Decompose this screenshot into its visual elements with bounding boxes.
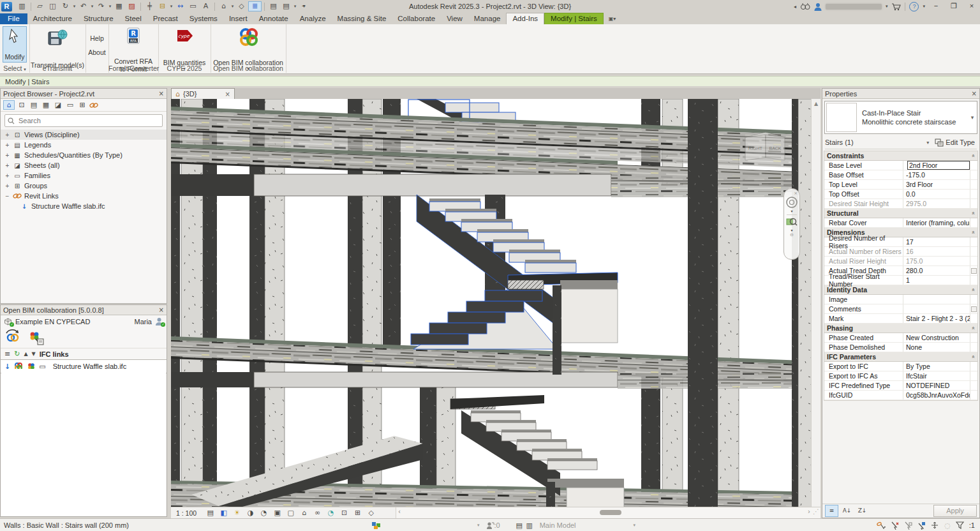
menu-icon[interactable]: ≡ bbox=[4, 350, 10, 358]
about-menu-item[interactable]: About bbox=[85, 49, 108, 56]
export-icon[interactable]: ▨ bbox=[126, 1, 138, 11]
tab-view[interactable]: View bbox=[441, 13, 468, 24]
tab-collaborate[interactable]: Collaborate bbox=[392, 13, 441, 24]
redo-icon[interactable]: ↷ bbox=[95, 1, 107, 11]
design-option-caret-icon[interactable]: ▾ bbox=[634, 523, 636, 528]
user-avatar-icon[interactable] bbox=[814, 3, 822, 11]
design-options-icon[interactable]: ▤ bbox=[514, 521, 524, 530]
tree-item-ifc-link[interactable]: ↓Structure Waffle slab.ifc bbox=[1, 201, 167, 211]
detail-level-icon[interactable]: ▤ bbox=[205, 509, 215, 517]
navbar-minimize-icon[interactable]: ⊖ bbox=[790, 232, 794, 237]
rendering-dialog-icon[interactable]: ◔ bbox=[259, 509, 269, 517]
move-down-icon[interactable]: ▼ bbox=[32, 351, 36, 357]
steering-wheel-icon[interactable] bbox=[785, 196, 798, 209]
browser-links-icon[interactable] bbox=[89, 102, 98, 108]
section-constraints[interactable]: Constraints» bbox=[824, 151, 977, 161]
open-icon[interactable]: ▱ bbox=[34, 1, 46, 11]
tree-item-schedules[interactable]: +▦Schedules/Quantities (By Type) bbox=[1, 150, 167, 160]
tree-item-families[interactable]: +▭Families bbox=[1, 170, 167, 181]
tree-item-legends[interactable]: +▤Legends bbox=[1, 140, 167, 150]
tab-systems[interactable]: Systems bbox=[184, 13, 223, 24]
select-links-icon[interactable] bbox=[876, 521, 886, 529]
property-row[interactable]: Comments bbox=[824, 304, 977, 314]
property-row[interactable]: IfcGUID0cg58bJnrAuvoXoFddp2xO bbox=[824, 391, 977, 400]
wheel-caret-icon[interactable]: ▾ bbox=[791, 209, 792, 213]
modify-button[interactable]: Modify bbox=[3, 26, 27, 63]
property-row[interactable]: Actual Number of Risers16 bbox=[824, 247, 977, 257]
browser-home-icon[interactable]: ⌂ bbox=[3, 100, 15, 110]
apply-button[interactable]: Apply bbox=[933, 505, 977, 517]
render-icon[interactable]: ◇ bbox=[235, 1, 248, 11]
ribbon-display-toggle-icon[interactable]: ▣▾ bbox=[609, 16, 616, 24]
zoom-caret-icon[interactable]: ▾ bbox=[791, 228, 792, 232]
select-pinned-icon[interactable] bbox=[904, 521, 912, 530]
tab-analyze[interactable]: Analyze bbox=[294, 13, 332, 24]
displaced-elements-icon[interactable]: ◇ bbox=[366, 509, 376, 517]
property-row[interactable]: Desired Number of Risers17 bbox=[824, 237, 977, 247]
property-row[interactable]: Actual Riser Height175.0 bbox=[824, 257, 977, 266]
aligned-dimension-icon[interactable]: ↔ bbox=[174, 1, 186, 11]
show-crop-region-icon[interactable]: ▢ bbox=[286, 509, 295, 517]
minimize-button[interactable]: − bbox=[929, 1, 943, 12]
open-bim-close-icon[interactable]: × bbox=[159, 306, 164, 313]
browser-legends-icon[interactable]: ▤ bbox=[29, 100, 39, 110]
sun-path-icon[interactable]: ☀ bbox=[232, 509, 242, 517]
property-row[interactable]: Export to IFC AsIfcStair bbox=[824, 371, 977, 381]
thin-lines-icon[interactable]: ≣ bbox=[248, 1, 262, 11]
move-up-icon[interactable]: ▲ bbox=[24, 351, 27, 357]
switch-windows-caret-icon[interactable]: ▾ bbox=[293, 4, 297, 9]
drag-on-selection-icon[interactable] bbox=[931, 521, 939, 530]
temporary-view-properties-icon[interactable]: ⊡ bbox=[339, 509, 349, 517]
project-browser-header[interactable]: Project Browser - Project2.rvt × bbox=[1, 89, 167, 99]
property-row[interactable]: Base Offset-175.0 bbox=[824, 170, 977, 180]
tag-icon[interactable]: ▭ bbox=[187, 1, 199, 11]
browser-schedules-icon[interactable]: ▦ bbox=[41, 100, 51, 110]
sort-by-parameter-icon[interactable]: ≡ bbox=[825, 505, 838, 517]
unlocked-view-icon[interactable]: ⌂ bbox=[299, 509, 309, 517]
measure-icon[interactable]: ⊟ bbox=[156, 1, 168, 11]
text-icon[interactable]: A bbox=[200, 1, 212, 11]
property-row[interactable]: Export to IFCBy Type bbox=[824, 362, 977, 371]
measure-caret-icon[interactable]: ▾ bbox=[169, 4, 174, 9]
select-panel-label[interactable]: Select ▾ bbox=[0, 64, 29, 72]
select-underlay-icon[interactable] bbox=[891, 521, 899, 530]
sync-icon[interactable]: ↻ bbox=[59, 1, 71, 11]
tree-item-views[interactable]: +⊡Views (Discipline) bbox=[1, 130, 167, 140]
zoom-tool-icon[interactable] bbox=[786, 216, 798, 228]
redo-caret-icon[interactable]: ▾ bbox=[108, 4, 112, 9]
scroll-left-icon[interactable]: ‹ bbox=[398, 508, 401, 515]
project-name[interactable]: Example EN CYPECAD bbox=[15, 318, 90, 325]
properties-close-icon[interactable]: × bbox=[972, 90, 977, 97]
property-row[interactable]: Phase CreatedNew Construction bbox=[824, 333, 977, 343]
property-row[interactable]: MarkStair 2 - Flight 2 - 3 (2nd F... bbox=[824, 314, 977, 324]
undo-caret-icon[interactable]: ▾ bbox=[90, 4, 94, 9]
bim-quantities-button[interactable]: cype bbox=[174, 29, 195, 43]
signed-in-username[interactable] bbox=[826, 4, 882, 10]
scrollbar-thumb[interactable] bbox=[600, 510, 621, 515]
tree-item-revit-links[interactable]: −Revit Links bbox=[1, 191, 167, 201]
print-icon[interactable]: ▦ bbox=[113, 1, 125, 11]
property-row[interactable]: Top Level3rd Floor bbox=[824, 180, 977, 190]
help-menu-item[interactable]: Help bbox=[85, 34, 108, 42]
worksharing-display-icon[interactable]: ⊞ bbox=[353, 509, 362, 517]
tab-manage[interactable]: Manage bbox=[468, 13, 507, 24]
tab-file[interactable]: File bbox=[0, 13, 27, 24]
tab-massing-site[interactable]: Massing & Site bbox=[332, 13, 392, 24]
property-row[interactable]: Tread/Riser Start Number1 bbox=[824, 276, 977, 285]
tab-annotate[interactable]: Annotate bbox=[253, 13, 294, 24]
element-filter-caret-icon[interactable]: ▾ bbox=[926, 140, 933, 146]
open-bim-header[interactable]: Open BIM collaboration [5.0.0.8] × bbox=[1, 305, 167, 315]
search-input[interactable] bbox=[17, 116, 160, 125]
switch-windows-icon[interactable]: ▤ bbox=[280, 1, 292, 11]
property-row[interactable]: Rebar CoverInterior (framing, column... bbox=[824, 218, 977, 228]
view-cube[interactable]: RIGHT BACK bbox=[745, 132, 785, 160]
crop-view-icon[interactable]: ▣ bbox=[272, 509, 282, 517]
browser-search-box[interactable] bbox=[4, 114, 163, 127]
type-selector[interactable]: Cast-In-Place Stair Monolithic concrete … bbox=[824, 101, 977, 134]
section-icon[interactable]: ╪ bbox=[144, 1, 156, 11]
select-by-face-icon[interactable] bbox=[917, 521, 926, 530]
view-caret-icon[interactable]: ▾ bbox=[230, 4, 235, 9]
convert-rfa-button[interactable]: R RFA bbox=[126, 27, 141, 45]
property-row[interactable]: IFC Predefined TypeNOTDEFINED bbox=[824, 381, 977, 391]
transmit-models-button[interactable] bbox=[47, 28, 68, 47]
